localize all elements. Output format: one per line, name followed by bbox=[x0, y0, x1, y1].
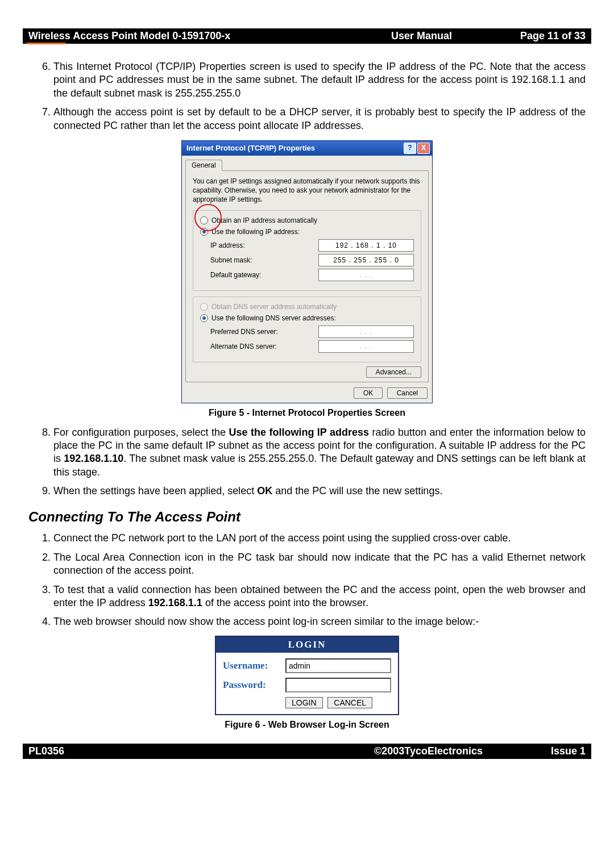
header-mid: User Manual bbox=[391, 30, 452, 42]
conn-2: The Local Area Connection icon in the PC… bbox=[53, 551, 586, 578]
footer-right: Issue 1 bbox=[551, 745, 586, 757]
label-adns: Alternate DNS server: bbox=[210, 343, 318, 350]
radio-dns-manual[interactable] bbox=[200, 314, 208, 322]
radio-dns-auto-label: Obtain DNS server address automatically bbox=[211, 303, 337, 311]
login-password-input[interactable] bbox=[285, 678, 391, 692]
dns-settings-group: Obtain DNS server address automatically … bbox=[193, 297, 421, 362]
input-pdns[interactable]: . . . bbox=[318, 326, 414, 338]
input-adns[interactable]: . . . bbox=[318, 340, 414, 353]
item-6: This Internet Protocol (TCP/IP) Properti… bbox=[53, 60, 586, 100]
ok-button[interactable]: OK bbox=[354, 387, 383, 399]
header-left: Wireless Access Point Model 0-1591700-x bbox=[28, 30, 391, 42]
label-subnet: Subnet mask: bbox=[210, 256, 318, 264]
footer-left: PL0356 bbox=[28, 745, 374, 757]
conn-1: Connect the PC network port to the LAN p… bbox=[53, 532, 586, 545]
page-header: Wireless Access Point Model 0-1591700-x … bbox=[23, 28, 591, 44]
radio-dns-auto[interactable] bbox=[200, 303, 208, 311]
footer-mid: ©2003TycoElectronics bbox=[374, 745, 483, 757]
login-title: LOGIN bbox=[216, 637, 398, 653]
login-username-label: Username: bbox=[223, 660, 285, 671]
login-box: LOGIN Username: admin Password: LOGIN CA… bbox=[215, 636, 399, 715]
conn-3: To test that a valid connection has been… bbox=[53, 583, 586, 610]
radio-ip-manual[interactable] bbox=[200, 228, 208, 236]
dialog-info-text: You can get IP settings assigned automat… bbox=[193, 177, 421, 205]
header-right: Page 11 of 33 bbox=[520, 30, 586, 42]
label-ip: IP address: bbox=[210, 241, 318, 249]
advanced-button[interactable]: Advanced... bbox=[366, 366, 421, 378]
numbered-list-8-9: For configuration purposes, select the U… bbox=[28, 426, 586, 498]
dialog-title: Internet Protocol (TCP/IP) Properties bbox=[184, 144, 403, 152]
help-icon[interactable]: ? bbox=[404, 143, 416, 154]
radio-ip-auto-label: Obtain an IP address automatically bbox=[211, 216, 317, 224]
radio-ip-manual-label: Use the following IP address: bbox=[211, 228, 300, 236]
item-9: When the settings have been applied, sel… bbox=[53, 485, 586, 498]
login-password-label: Password: bbox=[223, 679, 285, 691]
tcpip-dialog: Internet Protocol (TCP/IP) Properties ? … bbox=[181, 140, 433, 403]
radio-dns-manual-label: Use the following DNS server addresses: bbox=[211, 314, 336, 322]
item-8: For configuration purposes, select the U… bbox=[53, 426, 586, 479]
figure5-caption: Figure 5 - Internet Protocol Properties … bbox=[28, 408, 586, 418]
close-icon[interactable]: X bbox=[417, 143, 430, 154]
label-pdns: Preferred DNS server: bbox=[210, 328, 318, 336]
login-cancel-button[interactable]: CANCEL bbox=[327, 697, 372, 708]
numbered-list-6-7: This Internet Protocol (TCP/IP) Properti… bbox=[28, 60, 586, 132]
input-gateway[interactable]: . . . bbox=[318, 269, 414, 281]
login-username-input[interactable]: admin bbox=[285, 658, 391, 673]
label-gateway: Default gateway: bbox=[210, 271, 318, 279]
input-subnet[interactable]: 255 . 255 . 255 . 0 bbox=[318, 254, 414, 266]
tab-general[interactable]: General bbox=[185, 160, 222, 171]
login-button[interactable]: LOGIN bbox=[285, 697, 323, 708]
page-footer: PL0356 ©2003TycoElectronics Issue 1 bbox=[23, 744, 591, 759]
dialog-titlebar[interactable]: Internet Protocol (TCP/IP) Properties ? … bbox=[182, 141, 432, 156]
conn-4: The web browser should now show the acce… bbox=[53, 615, 586, 628]
input-ip[interactable]: 192 . 168 . 1 . 10 bbox=[318, 239, 414, 252]
ip-settings-group: Obtain an IP address automatically Use t… bbox=[193, 210, 421, 291]
figure6-caption: Figure 6 - Web Browser Log-in Screen bbox=[28, 720, 586, 730]
numbered-list-conn: Connect the PC network port to the LAN p… bbox=[28, 532, 586, 628]
radio-ip-auto[interactable] bbox=[200, 216, 208, 224]
section-connecting: Connecting To The Access Point bbox=[28, 509, 586, 525]
cancel-button[interactable]: Cancel bbox=[387, 387, 428, 399]
item-7: Although the access point is set by defa… bbox=[53, 106, 586, 132]
